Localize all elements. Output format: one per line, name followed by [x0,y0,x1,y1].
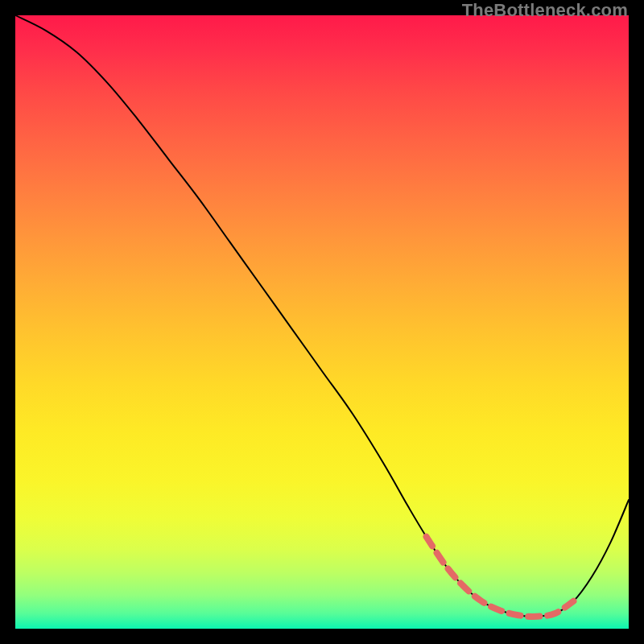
chart-svg [15,15,629,629]
optimal-range-highlight [427,537,574,617]
bottleneck-curve [15,15,629,617]
chart-frame: TheBottleneck.com [0,0,644,644]
watermark-text: TheBottleneck.com [462,0,628,21]
plot-area [15,15,629,629]
